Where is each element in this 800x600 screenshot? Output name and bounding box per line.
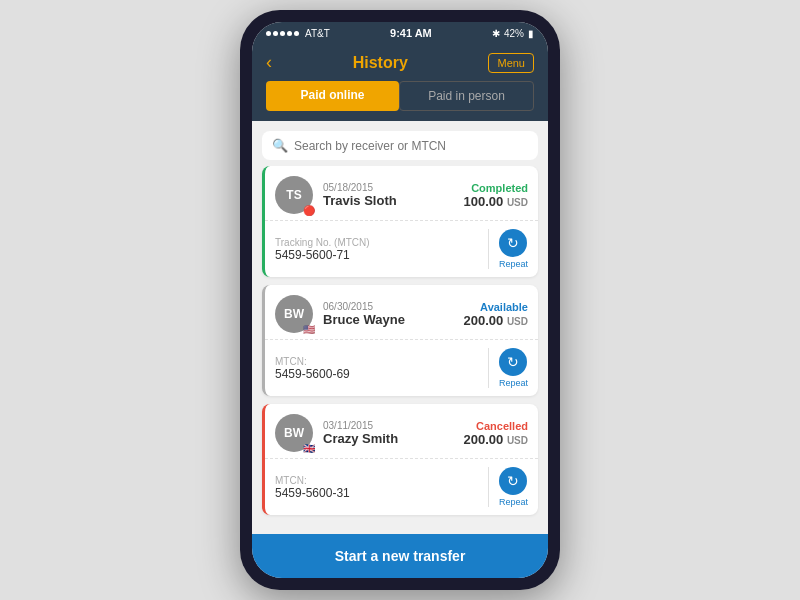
menu-button[interactable]: Menu <box>488 53 534 73</box>
transfer-amount-2: 200.00 USD <box>463 313 528 328</box>
card-top-2: BW 🇺🇸 06/30/2015 Bruce Wayne Available 2… <box>265 285 538 339</box>
transfer-name-2: Bruce Wayne <box>323 312 453 327</box>
transfer-info-1: 05/18/2015 Travis Sloth <box>323 182 453 208</box>
avatar-2: BW 🇺🇸 <box>275 295 313 333</box>
transfer-amount-3: 200.00 USD <box>463 432 528 447</box>
signal-dots <box>266 31 299 36</box>
transfer-name-1: Travis Sloth <box>323 193 453 208</box>
transfer-amount-1: 100.00 USD <box>463 194 528 209</box>
phone-screen: AT&T 9:41 AM ✱ 42% ▮ ‹ History Menu Paid… <box>252 22 548 578</box>
header: ‹ History Menu <box>252 44 548 81</box>
avatar-flag-2: 🇺🇸 <box>303 324 315 335</box>
transfer-date-1: 05/18/2015 <box>323 182 453 193</box>
transfer-status-2: Available <box>463 301 528 313</box>
card-bottom-1: Tracking No. (MTCN) 5459-5600-71 ↻ Repea… <box>265 220 538 277</box>
avatar-1: TS 🔴 <box>275 176 313 214</box>
transfer-date-3: 03/11/2015 <box>323 420 453 431</box>
tracking-3: MTCN: 5459-5600-31 <box>275 475 350 500</box>
transfer-name-3: Crazy Smith <box>323 431 453 446</box>
transfer-status-1: Completed <box>463 182 528 194</box>
transfer-card-1: TS 🔴 05/18/2015 Travis Sloth Completed 1… <box>262 166 538 277</box>
search-input[interactable] <box>294 139 528 153</box>
carrier-label: AT&T <box>305 28 330 39</box>
status-left: AT&T <box>266 28 330 39</box>
transfer-amount-block-3: Cancelled 200.00 USD <box>463 420 528 447</box>
avatar-flag-1: 🔴 <box>303 205 315 216</box>
repeat-icon-3: ↻ <box>499 467 527 495</box>
time-display: 9:41 AM <box>390 27 432 39</box>
transfer-card-2: BW 🇺🇸 06/30/2015 Bruce Wayne Available 2… <box>262 285 538 396</box>
card-top-3: BW 🇬🇧 03/11/2015 Crazy Smith Cancelled 2… <box>265 404 538 458</box>
search-bar: 🔍 <box>262 131 538 160</box>
battery-label: 42% <box>504 28 524 39</box>
avatar-3: BW 🇬🇧 <box>275 414 313 452</box>
search-icon: 🔍 <box>272 138 288 153</box>
card-bottom-2: MTCN: 5459-5600-69 ↻ Repeat <box>265 339 538 396</box>
start-transfer-button[interactable]: Start a new transfer <box>252 534 548 578</box>
bluetooth-icon: ✱ <box>492 28 500 39</box>
transfer-status-3: Cancelled <box>463 420 528 432</box>
status-right: ✱ 42% ▮ <box>492 28 534 39</box>
tracking-2: MTCN: 5459-5600-69 <box>275 356 350 381</box>
transfer-info-3: 03/11/2015 Crazy Smith <box>323 420 453 446</box>
repeat-button-1[interactable]: ↻ Repeat <box>488 229 528 269</box>
repeat-button-3[interactable]: ↻ Repeat <box>488 467 528 507</box>
transfer-date-2: 06/30/2015 <box>323 301 453 312</box>
repeat-icon-2: ↻ <box>499 348 527 376</box>
card-top-1: TS 🔴 05/18/2015 Travis Sloth Completed 1… <box>265 166 538 220</box>
transfer-info-2: 06/30/2015 Bruce Wayne <box>323 301 453 327</box>
page-title: History <box>353 54 408 72</box>
repeat-button-2[interactable]: ↻ Repeat <box>488 348 528 388</box>
avatar-flag-3: 🇬🇧 <box>303 443 315 454</box>
phone-frame: AT&T 9:41 AM ✱ 42% ▮ ‹ History Menu Paid… <box>240 10 560 590</box>
transfer-list: TS 🔴 05/18/2015 Travis Sloth Completed 1… <box>252 166 548 530</box>
back-button[interactable]: ‹ <box>266 52 272 73</box>
tab-paid-online[interactable]: Paid online <box>266 81 399 111</box>
tab-paid-in-person[interactable]: Paid in person <box>399 81 534 111</box>
transfer-amount-block-2: Available 200.00 USD <box>463 301 528 328</box>
card-bottom-3: MTCN: 5459-5600-31 ↻ Repeat <box>265 458 538 515</box>
status-bar: AT&T 9:41 AM ✱ 42% ▮ <box>252 22 548 44</box>
repeat-icon-1: ↻ <box>499 229 527 257</box>
transfer-card-3: BW 🇬🇧 03/11/2015 Crazy Smith Cancelled 2… <box>262 404 538 515</box>
transfer-amount-block-1: Completed 100.00 USD <box>463 182 528 209</box>
tracking-1: Tracking No. (MTCN) 5459-5600-71 <box>275 237 370 262</box>
battery-icon: ▮ <box>528 28 534 39</box>
tab-bar: Paid online Paid in person <box>252 81 548 121</box>
